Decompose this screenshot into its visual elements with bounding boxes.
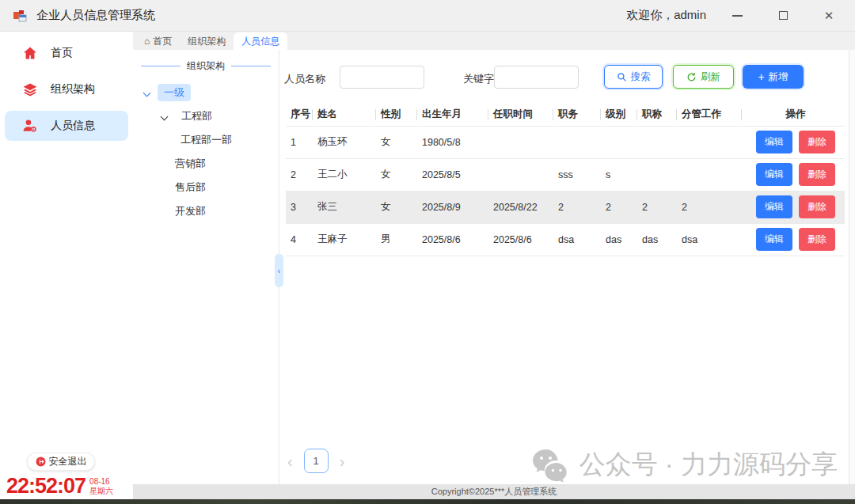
next-page-icon[interactable]: › xyxy=(340,453,345,469)
sidebar-item-home[interactable]: 首页 xyxy=(5,38,128,68)
cell-duty: 2 xyxy=(677,191,742,223)
tree-node-label: 工程部一部 xyxy=(174,131,238,149)
tree-node-development[interactable]: 开发部 xyxy=(133,203,279,220)
sidebar: 首页 组织架构 人员信息 安全退出 22:52:07 08-16 星期六 xyxy=(0,32,133,499)
vertical-scrollbar[interactable] xyxy=(849,50,855,484)
cell-gender: 男 xyxy=(376,223,417,256)
cell-gender: 女 xyxy=(376,191,417,223)
edit-button[interactable]: 编辑 xyxy=(756,195,792,218)
cell-hiredate xyxy=(488,126,553,158)
chevron-down-icon[interactable] xyxy=(161,112,169,120)
tree-node-label: 一级 xyxy=(158,84,191,101)
tabbar: ⌂ 首页 组织架构 人员信息 xyxy=(133,32,855,50)
name-input[interactable] xyxy=(340,66,424,89)
tab-personnel[interactable]: 人员信息 xyxy=(234,32,287,50)
cell-level: das xyxy=(601,223,637,256)
refresh-button[interactable]: 刷新 xyxy=(673,65,734,89)
logout-label: 安全退出 xyxy=(49,455,87,468)
footer: Copyright©2025***人员管理系统 xyxy=(133,484,855,499)
name-label: 人员名称 xyxy=(284,72,325,86)
tree-node-label: 售后部 xyxy=(175,179,212,196)
table-row: 3 张三 女 2025/8/9 2025/8/22 2 2 2 2 编辑 删除 xyxy=(286,191,845,223)
tree-title: 组织架构 xyxy=(187,59,225,73)
tree-node-label: 开发部 xyxy=(175,203,212,220)
clock-weekday: 星期六 xyxy=(89,487,113,496)
tree-node-engineering[interactable]: 工程部 xyxy=(133,108,279,125)
cell-position: sss xyxy=(553,158,601,191)
main-area: ⌂ 首页 组织架构 人员信息 组织架构 一级 工程部 xyxy=(133,32,855,499)
search-label: 搜索 xyxy=(631,70,651,84)
cell-level: 2 xyxy=(601,191,637,223)
table-header-cell: 出生年月 xyxy=(417,104,488,126)
copyright-text: Copyright©2025***人员管理系统 xyxy=(431,486,557,498)
edit-button[interactable]: 编辑 xyxy=(756,163,792,186)
table-header-cell: 分管工作 xyxy=(677,104,742,126)
personnel-panel: 人员名称 关键字 搜索 刷新 xyxy=(279,50,855,484)
sidebar-item-label: 人员信息 xyxy=(51,119,95,133)
tree-node-aftersales[interactable]: 售后部 xyxy=(133,179,279,196)
tab-org[interactable]: 组织架构 xyxy=(180,32,234,50)
cell-hiredate xyxy=(488,158,553,191)
minimize-icon[interactable] xyxy=(730,9,744,23)
chevron-down-icon[interactable] xyxy=(143,89,151,97)
cell-level xyxy=(601,126,637,158)
edit-button[interactable]: 编辑 xyxy=(756,131,792,153)
cell-title xyxy=(637,126,677,158)
window-controls: ✕ xyxy=(730,9,836,23)
close-icon[interactable]: ✕ xyxy=(822,9,836,23)
delete-button[interactable]: 删除 xyxy=(799,228,835,251)
keyword-input[interactable] xyxy=(494,66,579,89)
cell-duty xyxy=(677,126,742,158)
cell-position: dsa xyxy=(553,223,601,256)
cell-index: 4 xyxy=(286,223,313,256)
logout-button[interactable]: 安全退出 xyxy=(27,453,95,471)
org-tree-panel: 组织架构 一级 工程部 工程部一部 营销部 售后部 开发部 xyxy=(133,50,279,484)
cell-title xyxy=(637,158,677,191)
table-header-cell: 操作 xyxy=(742,104,845,126)
cell-duty xyxy=(677,158,742,191)
table-header-row: 序号 姓名 性别 出生年月 任职时间 职务 级别 职称 分管工作 操作 xyxy=(286,104,845,126)
cell-duty: dsa xyxy=(677,223,742,256)
keyword-label: 关键字 xyxy=(463,72,494,86)
table-header-cell: 任职时间 xyxy=(488,104,553,126)
delete-button[interactable]: 删除 xyxy=(799,131,835,153)
edit-button[interactable]: 编辑 xyxy=(756,228,792,251)
cell-index: 2 xyxy=(286,158,313,191)
person-gear-icon xyxy=(22,118,38,134)
cell-gender: 女 xyxy=(376,158,417,191)
table-header-cell: 职称 xyxy=(637,104,677,126)
table-header-cell: 序号 xyxy=(286,104,313,126)
pagination: ‹ 1 › xyxy=(287,449,344,473)
prev-page-icon[interactable]: ‹ xyxy=(287,453,293,469)
add-button[interactable]: + 新增 xyxy=(743,65,804,89)
tab-home[interactable]: ⌂ 首页 xyxy=(136,32,180,50)
clock-date: 08-16 xyxy=(89,477,113,487)
plus-icon: + xyxy=(758,71,764,82)
tab-label: 首页 xyxy=(153,35,172,48)
table-header-cell: 职务 xyxy=(553,104,601,126)
tree-node-label: 工程部 xyxy=(175,108,218,125)
logout-icon xyxy=(36,457,46,467)
taskbar-strip xyxy=(0,499,855,504)
content: 组织架构 一级 工程部 工程部一部 营销部 售后部 开发部 xyxy=(133,50,855,484)
table-header-cell: 姓名 xyxy=(313,104,376,126)
tree-node-marketing[interactable]: 营销部 xyxy=(133,155,279,172)
tree-node-level1[interactable]: 一级 xyxy=(133,84,279,101)
search-icon xyxy=(617,72,627,82)
wechat-icon xyxy=(530,446,572,483)
cell-title: 2 xyxy=(637,191,677,223)
cell-gender: 女 xyxy=(376,126,417,158)
table-header-cell: 性别 xyxy=(376,104,417,126)
collapse-panel-handle[interactable]: ‹ xyxy=(275,254,283,287)
delete-button[interactable]: 删除 xyxy=(799,195,835,218)
cell-birth: 2025/8/5 xyxy=(417,158,488,191)
tree-node-engineering-1[interactable]: 工程部一部 xyxy=(133,131,279,149)
search-button[interactable]: 搜索 xyxy=(604,65,663,89)
sidebar-item-personnel[interactable]: 人员信息 xyxy=(5,111,128,141)
table-row: 1 杨玉环 女 1980/5/8 编辑 删除 xyxy=(286,126,845,158)
delete-button[interactable]: 删除 xyxy=(799,163,835,186)
maximize-icon[interactable] xyxy=(776,9,790,23)
cell-title: das xyxy=(637,223,677,256)
sidebar-item-org[interactable]: 组织架构 xyxy=(5,74,128,104)
page-number[interactable]: 1 xyxy=(304,449,329,473)
